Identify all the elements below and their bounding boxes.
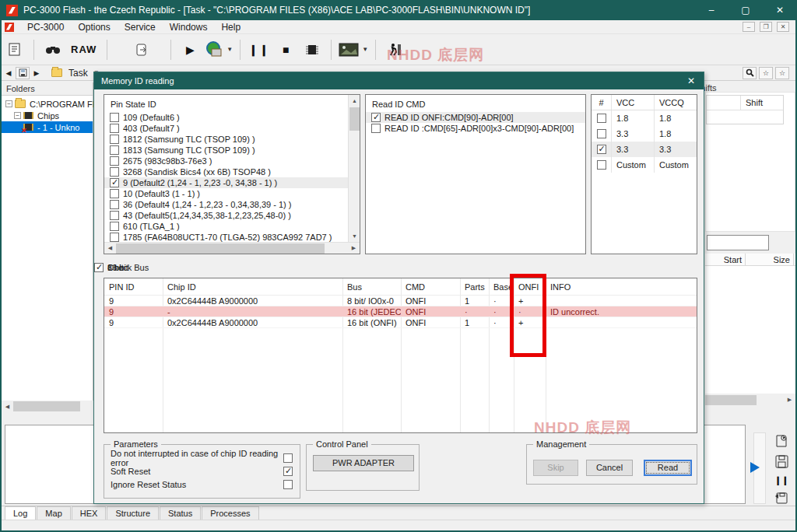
mdi-close-button[interactable]: ✕ [777,22,789,32]
pin-state-item[interactable]: 1785 (FA64B08UCT1-70 (TLGA-52) 983CA992 … [104,232,348,243]
task-log-button[interactable] [3,38,26,61]
pin-state-item[interactable]: 43 (Default5(1,24,34,35,38-1,2,23,25,48-… [104,210,348,221]
bottom-tab[interactable]: Status [160,506,201,520]
bottom-tab[interactable]: Log [5,506,36,520]
scrollbar-thumb[interactable] [116,243,325,254]
pin-state-item[interactable]: 610 (TLGA_1 ) [104,221,348,232]
bottom-tab[interactable]: Processes [202,506,258,520]
map-view-button[interactable]: ▼ [339,38,368,61]
menu-item[interactable]: Options [71,22,117,33]
skip-button[interactable]: Skip [533,460,578,476]
cancel-button[interactable]: Cancel [586,460,633,476]
checkbox[interactable] [110,233,119,242]
favorite-add-icon[interactable]: ☆ [775,67,789,79]
checkbox[interactable] [110,222,119,231]
mdi-document-icon[interactable] [5,23,14,32]
scroll-down-icon[interactable]: ▼ [349,230,360,242]
save-icon[interactable] [16,67,30,79]
mdi-minimize-button[interactable]: – [743,22,755,32]
dialog-title-bar[interactable]: Memory ID reading ✕ [94,72,704,89]
pin-state-item[interactable]: 2675 (983c98b3-76e3 ) [104,156,348,166]
exit-button[interactable] [383,38,406,61]
export-log-button[interactable] [772,488,791,506]
checkbox[interactable] [597,114,606,123]
pin-state-item[interactable]: 109 (Default6 ) [104,112,348,123]
table-row[interactable]: 9 0x2C64444B A9000000 8 bit/ IO0x-0 ONFI… [104,296,697,306]
mdi-restore-button[interactable]: ❐ [760,22,772,32]
scrollbar-thumb[interactable] [705,395,757,405]
size-column-header[interactable]: Size [746,254,794,265]
pin-state-item[interactable]: 10 (Default3 (1 - 1) ) [104,188,348,199]
tree-item-root[interactable]: − C:\PROGRAM FILE [2,98,93,110]
voltage-row[interactable]: 1.8 1.8 [592,110,697,126]
vertical-scrollbar[interactable]: ▲ ▼ [348,95,360,242]
menu-item[interactable]: Windows [163,22,215,33]
tree-item-chips[interactable]: − Chips [2,110,93,121]
tree-item-unknown-chip[interactable]: - 1 - Unkno [2,121,93,133]
report-settings-button[interactable] [772,432,791,450]
bottom-tab[interactable]: HEX [72,506,107,520]
scroll-right-icon[interactable]: ▶ [784,394,795,406]
menu-item[interactable]: Service [118,22,163,33]
back-button[interactable]: ◀ [2,67,16,79]
pwr-adapter-button[interactable]: PWR ADAPTER [313,455,414,471]
horizontal-scrollbar[interactable]: ◀ ▶ [104,242,360,254]
pause-button[interactable]: ❙❙ [248,38,271,61]
search-button[interactable] [41,38,65,61]
checkbox[interactable] [283,453,293,463]
bottom-tab[interactable]: Map [37,506,70,520]
pause-log-button[interactable]: ❙❙ [772,471,791,488]
menu-item[interactable]: PC-3000 [20,22,71,33]
collapse-icon[interactable]: − [5,100,12,107]
read-id-cmd-item[interactable]: READ ID ONFI:CMD[90]-ADR[00] [366,112,585,123]
read-button[interactable]: Read [644,460,692,476]
scroll-up-icon[interactable]: ▲ [349,95,360,107]
minimize-button[interactable]: – [694,0,729,20]
pin-state-item[interactable]: 9 (Default2 (1,24 - 1, 2,23 -0, 34,38 - … [104,177,348,188]
checkbox[interactable] [597,129,606,138]
pin-state-item[interactable]: 1813 (Samsung TLC (TSOP 109) ) [104,145,348,156]
checkbox[interactable] [110,189,119,198]
task-breadcrumb[interactable]: Task [68,68,88,79]
shift-input[interactable] [707,235,769,250]
checkbox[interactable] [110,145,119,155]
bottom-tab[interactable]: Structure [107,506,159,520]
checkbox[interactable] [110,167,119,177]
voltage-row[interactable]: 3.3 1.8 [592,126,697,142]
pin-state-item[interactable]: 403 (Default7 ) [104,123,348,134]
maximize-button[interactable]: ▢ [729,0,763,20]
checkbox[interactable] [110,113,119,122]
scrollbar-thumb[interactable] [13,401,80,411]
pin-state-item[interactable]: 1812 (Samsung TLC (TSOP 109) ) [104,134,348,145]
mode-button[interactable]: ▼ [205,38,233,61]
start-column-header[interactable]: Start [705,254,746,265]
checkbox[interactable] [283,467,293,476]
checkbox[interactable] [110,200,119,209]
checkbox[interactable] [110,135,119,144]
raw-button[interactable]: RAW [68,38,100,61]
scroll-right-icon[interactable]: ▶ [348,243,360,254]
search-icon[interactable] [743,67,757,79]
pin-state-item[interactable]: 36 (Default4 (1,24 - 1,2,23 - 0,34,38,39… [104,199,348,210]
table-row[interactable]: 9 0x2C64444B A9000000 16 bit (ONFI) ONFI… [104,317,697,328]
stop-button[interactable]: ■ [274,38,297,61]
checkbox[interactable] [110,124,119,133]
menu-item[interactable]: Help [214,22,248,33]
dialog-close-icon[interactable]: ✕ [683,75,704,86]
chip-button[interactable] [300,38,324,61]
scrollbar-thumb[interactable] [349,107,360,131]
table-row[interactable]: 9 - 16 bit (JEDEC) ONFI · · · ID uncorre… [104,306,697,317]
collapse-icon[interactable]: − [14,112,21,119]
start-button[interactable]: ▶ [178,38,202,61]
close-button[interactable]: ✕ [763,0,797,20]
slider-handle-icon[interactable] [750,462,760,473]
favorite-icon[interactable]: ☆ [759,67,773,79]
checkbox[interactable] [110,211,119,220]
checkbox[interactable] [110,156,119,166]
export-button[interactable] [130,38,153,61]
read-id-cmd-item[interactable]: READ ID :CMD[65]-ADR[00]x3-CMD[90]-ADR[0… [366,123,585,134]
horizontal-scrollbar[interactable]: ▶ [705,394,795,406]
checkbox[interactable] [371,124,381,133]
checkbox[interactable] [597,145,606,154]
voltage-row[interactable]: Custom Custom [592,157,697,173]
